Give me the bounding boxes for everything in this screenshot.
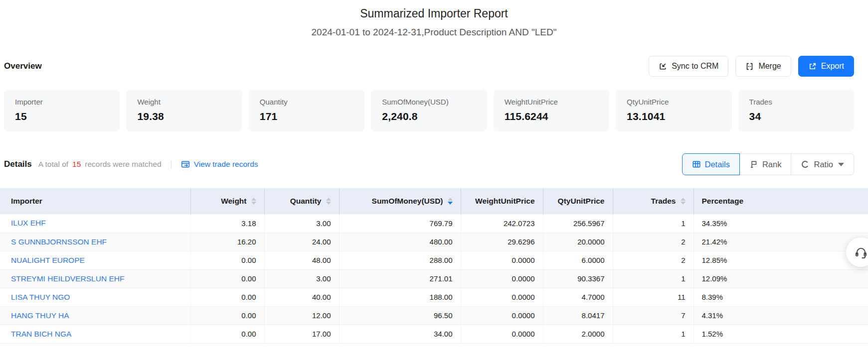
importer-link[interactable]: ILUX EHF	[11, 219, 46, 227]
cell-percentage: 34.35%	[694, 214, 868, 233]
cell-qtyunitprice: 90.3367	[543, 269, 613, 288]
cell-quantity: 48.00	[264, 251, 339, 269]
caret-up-icon	[251, 198, 256, 201]
cell-percentage: 8.39%	[694, 288, 868, 306]
col-header-label: WeightUnitPrice	[475, 197, 534, 206]
stat-card-value: 19.38	[137, 111, 231, 122]
col-header-weight[interactable]: Weight	[190, 188, 264, 214]
col-header-inner: SumOfMoney(USD)	[347, 197, 453, 206]
stat-card-qtyunitprice: QtyUnitPrice13.1041	[616, 90, 731, 131]
cell-weightunitprice: 0.0000	[461, 251, 543, 269]
tab-ratio[interactable]: Ratio	[791, 153, 854, 175]
sorter-icon	[681, 198, 686, 205]
overview-toolbar: Overview Sync to CRM	[0, 56, 868, 77]
sync-to-crm-label: Sync to CRM	[672, 62, 718, 71]
importer-link[interactable]: STREYMI HEILDVERSLUN EHF	[11, 274, 124, 283]
cell-quantity: 3.00	[264, 269, 339, 288]
col-header-inner: QtyUnitPrice	[551, 197, 605, 206]
cell-qtyunitprice: 4.7000	[543, 288, 613, 306]
col-header-inner: Weight	[199, 197, 256, 206]
cell-sumofmoney-usd: 480.00	[339, 233, 461, 251]
summary-prefix: A total of	[38, 160, 68, 169]
cell-weightunitprice: 0.0000	[461, 288, 543, 306]
cell-trades: 1	[613, 269, 694, 288]
table-head: ImporterWeightQuantitySumOfMoney(USD)Wei…	[0, 188, 868, 214]
headset-icon	[854, 245, 868, 259]
cell-trades: 1	[613, 325, 694, 343]
cell-weightunitprice: 0.0000	[461, 269, 543, 288]
cell-sumofmoney-usd: 96.50	[339, 306, 461, 325]
page-subtitle: 2024-01-01 to 2024-12-31,Product Descrip…	[0, 27, 868, 38]
stat-card-label: Importer	[15, 98, 109, 106]
col-header-trades[interactable]: Trades	[613, 188, 694, 214]
table-row: LISA THUY NGO0.0040.00188.000.00004.7000…	[0, 288, 868, 306]
view-trade-records-link[interactable]: View trade records	[181, 160, 258, 169]
table-row: HANG THUY HA0.0012.0096.500.00008.041774…	[0, 306, 868, 325]
cell-weight: 3.18	[190, 214, 264, 233]
stat-card-label: QtyUnitPrice	[627, 98, 720, 106]
merge-button[interactable]: Merge	[735, 56, 791, 77]
cell-percentage: 1.52%	[694, 325, 868, 343]
toolbar-buttons: Sync to CRM Merge	[649, 56, 854, 77]
details-heading: Details	[4, 159, 32, 169]
importer-link[interactable]: S GUNNBJORNSSON EHF	[11, 237, 107, 246]
cell-quantity: 17.00	[264, 325, 339, 343]
trade-records-icon	[181, 160, 190, 169]
col-header-quantity[interactable]: Quantity	[264, 188, 339, 214]
cell-importer: LISA THUY NGO	[0, 288, 190, 306]
tab-ratio-label: Ratio	[814, 160, 833, 169]
importer-link[interactable]: LISA THUY NGO	[11, 293, 70, 301]
importer-link[interactable]: HANG THUY HA	[11, 311, 69, 320]
cell-percentage: 12.85%	[694, 251, 868, 269]
stat-card-weight: Weight19.38	[126, 90, 242, 131]
tab-details[interactable]: Details	[682, 153, 740, 175]
tab-rank[interactable]: Rank	[739, 153, 792, 175]
importer-link[interactable]: TRAN BICH NGA	[11, 330, 71, 338]
cell-trades: 2	[613, 251, 694, 269]
cell-weight: 0.00	[190, 306, 264, 325]
sync-to-crm-button[interactable]: Sync to CRM	[649, 56, 728, 77]
stat-card-value: 2,240.8	[382, 111, 476, 122]
export-icon	[808, 62, 817, 71]
col-header-label: QtyUnitPrice	[558, 197, 605, 206]
cell-weight: 0.00	[190, 325, 264, 343]
overview-heading: Overview	[4, 61, 42, 71]
col-header-label: Quantity	[290, 197, 322, 206]
cell-quantity: 40.00	[264, 288, 339, 306]
col-header-sumofmoney-usd[interactable]: SumOfMoney(USD)	[339, 188, 461, 214]
caret-down-icon	[838, 163, 844, 166]
cell-weightunitprice: 29.6296	[461, 233, 543, 251]
stat-cards-row: Importer15Weight19.38Quantity171SumOfMon…	[0, 90, 868, 131]
cell-sumofmoney-usd: 769.79	[339, 214, 461, 233]
cell-weightunitprice: 242.0723	[461, 214, 543, 233]
col-header-inner: Percentage	[702, 197, 861, 206]
table-grid-icon	[692, 160, 701, 169]
cell-qtyunitprice: 8.0417	[543, 306, 613, 325]
cell-importer: S GUNNBJORNSSON EHF	[0, 233, 190, 251]
vertical-divider	[171, 160, 172, 169]
stat-card-sumofmoney-usd: SumOfMoney(USD)2,240.8	[371, 90, 487, 131]
summarized-importer-report-page: Summarized Importer Report 2024-01-01 to…	[0, 0, 868, 356]
stat-card-importer: Importer15	[4, 90, 120, 131]
export-button[interactable]: Export	[798, 56, 854, 77]
caret-up-icon	[448, 198, 453, 201]
importers-table: ImporterWeightQuantitySumOfMoney(USD)Wei…	[0, 188, 868, 344]
col-header-inner: Importer	[11, 197, 182, 206]
cell-trades: 11	[613, 288, 694, 306]
col-header-inner: Trades	[621, 197, 686, 206]
importer-link[interactable]: NUALIGHT EUROPE	[11, 256, 85, 264]
cell-importer: HANG THUY HA	[0, 306, 190, 325]
cell-weight: 0.00	[190, 251, 264, 269]
ratio-circle-icon	[801, 160, 810, 169]
stat-card-weightunitprice: WeightUnitPrice115.6244	[494, 90, 609, 131]
match-summary: A total of 15 records were matched	[38, 160, 162, 169]
merge-label: Merge	[758, 62, 781, 71]
col-header-label: Weight	[221, 197, 246, 206]
stat-card-label: Weight	[137, 98, 231, 106]
export-label: Export	[821, 62, 844, 71]
cell-weightunitprice: 0.0000	[461, 306, 543, 325]
table-body: ILUX EHF3.183.00769.79242.0723256.596713…	[0, 214, 868, 343]
cell-qtyunitprice: 2.0000	[543, 325, 613, 343]
cell-quantity: 24.00	[264, 233, 339, 251]
cell-percentage: 21.42%	[694, 233, 868, 251]
